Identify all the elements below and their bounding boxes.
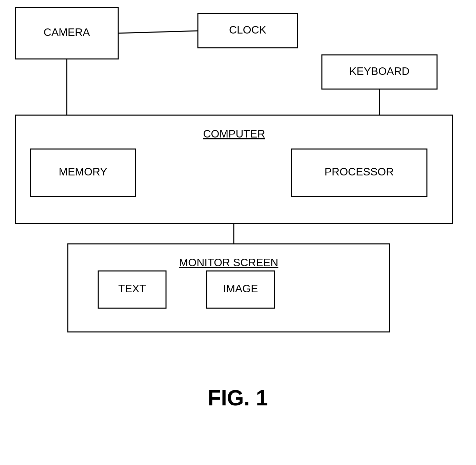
text-label: TEXT	[118, 282, 146, 295]
camera-clock-line	[118, 31, 198, 33]
computer-label: COMPUTER	[203, 128, 265, 140]
camera-label: CAMERA	[44, 26, 90, 38]
figure-label: FIG. 1	[208, 386, 268, 410]
monitor-label: MONITOR SCREEN	[179, 256, 278, 269]
processor-label: PROCESSOR	[325, 166, 394, 178]
keyboard-label: KEYBOARD	[349, 65, 410, 77]
image-label: IMAGE	[223, 282, 258, 295]
clock-label: CLOCK	[229, 24, 266, 36]
diagram-container: CAMERA CLOCK KEYBOARD COMPUTER MEMORY PR…	[0, 0, 476, 465]
memory-label: MEMORY	[59, 166, 107, 178]
